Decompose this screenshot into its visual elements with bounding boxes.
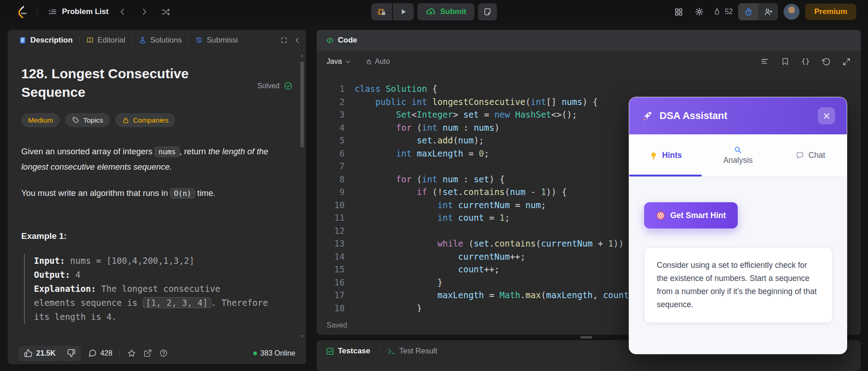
tab-editorial[interactable]: Editorial — [83, 36, 128, 45]
code-line: 1class Solution { — [317, 82, 861, 95]
companies-label: Companies — [133, 116, 168, 124]
note-icon — [483, 7, 492, 16]
help-button[interactable] — [159, 349, 168, 357]
problem-title: 128. Longest Consecutive Sequence — [21, 64, 234, 101]
lock-icon — [122, 117, 129, 124]
panel-resize-handle[interactable] — [580, 336, 592, 338]
example-explanation-line: its length is 4. — [34, 310, 293, 324]
tab-separator — [132, 37, 132, 43]
chevron-left-icon — [294, 37, 301, 44]
bookmark-button[interactable] — [781, 57, 789, 66]
line-number: 10 — [317, 199, 345, 212]
debugger-bug-icon — [376, 7, 386, 17]
problem-list-label: Problem List — [62, 7, 109, 16]
collapse-panel-button[interactable] — [294, 37, 301, 44]
tab-test-result[interactable]: Test Result — [387, 347, 437, 356]
online-count: 383 Online — [261, 349, 295, 357]
random-problem-button[interactable] — [158, 4, 174, 19]
comments-button[interactable]: 428 — [88, 349, 113, 357]
solved-badge: Solved — [257, 71, 293, 101]
thumbs-up-icon — [24, 349, 33, 357]
debug-button[interactable] — [371, 3, 392, 20]
testcase-check-icon — [326, 347, 334, 356]
expand-panel-button[interactable] — [280, 36, 288, 44]
code-text: set.add(num); — [345, 134, 484, 147]
prev-problem-button[interactable] — [115, 4, 130, 19]
avatar[interactable] — [783, 4, 800, 20]
problem-statement-p2: You must write an algorithm that runs in… — [21, 186, 293, 201]
assistant-tab-chat[interactable]: Chat — [774, 134, 847, 176]
code-text: if (!set.contains(num - 1)) { — [345, 186, 567, 199]
expand-editor-button[interactable] — [842, 57, 851, 66]
companies-badge[interactable]: Companies — [115, 113, 175, 127]
tab-label: Editorial — [98, 36, 125, 45]
target-icon — [656, 211, 665, 220]
online-dot — [253, 352, 257, 355]
settings-button[interactable] — [692, 4, 707, 19]
next-problem-button[interactable] — [137, 4, 152, 19]
comment-count: 428 — [100, 349, 113, 357]
streak-button[interactable]: 52 — [712, 7, 733, 17]
scroll-up-arrow[interactable]: ▲ — [300, 52, 304, 58]
code-text — [345, 224, 355, 238]
check-circle-icon — [284, 81, 293, 90]
collaborate-button[interactable] — [758, 3, 778, 20]
console-divider — [379, 347, 379, 355]
grid-layout-icon — [674, 7, 683, 17]
favorite-button[interactable] — [127, 349, 136, 358]
scrollbar-thumb[interactable] — [300, 62, 304, 147]
save-status: Saved — [327, 321, 347, 329]
problem-statement-p1: Given an unsorted array of integers nums… — [21, 144, 293, 174]
online-indicator: 383 Online — [253, 349, 295, 357]
format-code-button[interactable] — [760, 57, 769, 66]
tab-solutions[interactable]: Solutions — [136, 36, 185, 45]
difficulty-label: Medium — [28, 116, 53, 124]
fullscreen-corners-icon — [280, 36, 288, 44]
get-smart-hint-button[interactable]: Get Smart Hint — [644, 202, 738, 228]
code-text: class Solution { — [345, 82, 437, 95]
leetcode-logo[interactable] — [15, 5, 27, 18]
language-select[interactable]: Java — [327, 57, 351, 66]
comment-icon — [88, 349, 97, 357]
braces-icon — [801, 57, 810, 66]
timer-button[interactable] — [738, 3, 758, 20]
code-panel-header: Code — [317, 30, 861, 51]
assistant-close-button[interactable] — [818, 107, 835, 124]
notes-button[interactable] — [478, 3, 497, 20]
solutions-flask-icon — [138, 36, 147, 44]
external-link-icon — [143, 349, 152, 357]
line-number: 2 — [317, 95, 345, 109]
chevron-left-icon — [118, 7, 127, 16]
code-text: count++; — [345, 263, 499, 276]
line-number: 17 — [317, 289, 345, 302]
dislike-button[interactable] — [62, 349, 81, 357]
dsa-assistant-panel: DSA Assistant Hints — [629, 97, 847, 354]
assistant-tab-hints[interactable]: Hints — [629, 134, 702, 176]
premium-button[interactable]: Premium — [805, 4, 856, 20]
difficulty-badge[interactable]: Medium — [21, 113, 60, 127]
tab-testcase[interactable]: Testcase — [326, 347, 370, 356]
bookmark-icon — [781, 57, 789, 66]
vote-group: 21.5K — [19, 346, 81, 361]
editorial-book-icon — [86, 36, 94, 44]
problem-list-button[interactable]: Problem List — [47, 7, 109, 17]
assistant-tab-analysis[interactable]: Analysis — [702, 134, 774, 176]
snippets-button[interactable] — [801, 57, 810, 66]
thumbs-down-icon — [67, 349, 76, 357]
tab-description[interactable]: Description — [16, 36, 76, 45]
shuffle-icon — [161, 7, 171, 17]
like-button[interactable]: 21.5K — [19, 349, 61, 357]
layout-button[interactable] — [671, 4, 686, 19]
tab-label: Solutions — [150, 36, 182, 45]
share-button[interactable] — [143, 349, 152, 357]
terminal-prompt-icon — [387, 347, 396, 356]
nav-divider — [37, 7, 38, 16]
auto-toggle[interactable]: Auto — [365, 57, 390, 66]
reset-code-button[interactable] — [822, 57, 830, 66]
run-button[interactable] — [393, 3, 413, 20]
submit-button[interactable]: Submit — [417, 3, 474, 20]
topics-badge[interactable]: Topics — [65, 113, 110, 127]
code-brackets-icon — [326, 36, 334, 45]
tab-submissions[interactable]: Submissi — [192, 36, 241, 45]
scroll-down-arrow[interactable]: ▼ — [300, 333, 304, 339]
